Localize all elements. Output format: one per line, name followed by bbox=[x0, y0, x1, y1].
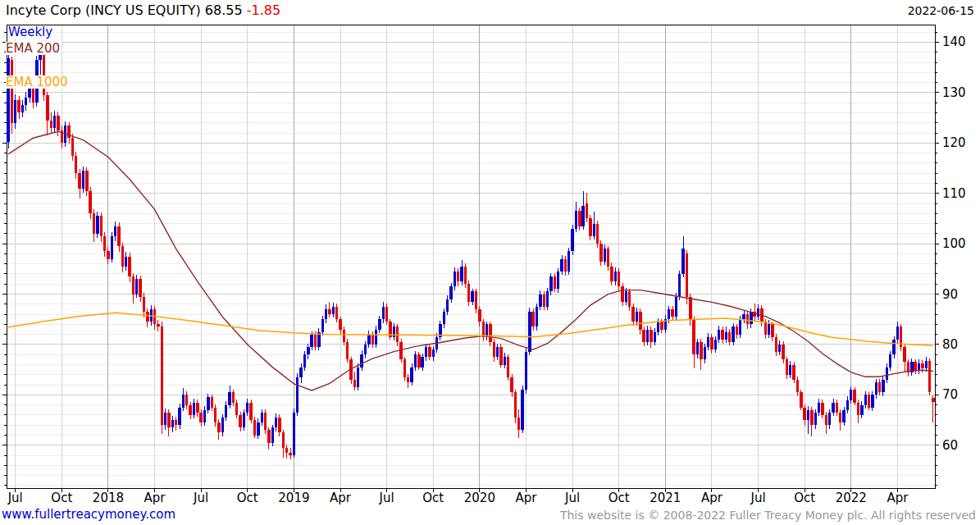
x-axis-label: 2022 bbox=[836, 491, 867, 505]
price-chart[interactable]: JulOct2018AprJulOct2019AprJulOct2020AprJ… bbox=[0, 0, 980, 505]
candle bbox=[389, 319, 391, 340]
candle bbox=[607, 246, 609, 271]
candle bbox=[646, 326, 649, 345]
candle bbox=[135, 275, 138, 298]
x-axis-label: Oct bbox=[794, 491, 815, 505]
x-axis-label: Jul bbox=[193, 491, 208, 505]
candle bbox=[789, 361, 791, 378]
candle bbox=[443, 308, 445, 328]
candle bbox=[161, 322, 163, 433]
candle bbox=[614, 267, 617, 285]
candle bbox=[111, 232, 113, 262]
candle bbox=[153, 306, 156, 330]
candle bbox=[846, 396, 849, 413]
legend-timeframe: Weekly bbox=[8, 25, 54, 39]
candle bbox=[628, 289, 631, 311]
candle bbox=[82, 167, 84, 192]
candle bbox=[839, 409, 841, 431]
candle bbox=[889, 351, 891, 371]
candle bbox=[128, 253, 130, 282]
candle bbox=[714, 336, 717, 354]
candle bbox=[586, 193, 588, 223]
candle bbox=[875, 379, 877, 399]
candle bbox=[792, 362, 795, 383]
x-axis-label: 2018 bbox=[93, 491, 124, 505]
candle bbox=[203, 406, 206, 427]
candle bbox=[50, 112, 52, 134]
candle bbox=[454, 267, 456, 290]
candle bbox=[407, 374, 409, 388]
candle bbox=[807, 406, 809, 434]
candle bbox=[232, 390, 235, 406]
candle bbox=[278, 414, 280, 436]
grid bbox=[2, 25, 939, 492]
candle bbox=[378, 316, 381, 333]
candles-layer bbox=[7, 48, 934, 459]
candle bbox=[85, 167, 88, 197]
candle bbox=[317, 328, 320, 350]
candle bbox=[61, 126, 63, 148]
candle bbox=[836, 399, 838, 416]
candle bbox=[489, 322, 491, 346]
candle bbox=[307, 344, 309, 359]
candle bbox=[596, 221, 599, 248]
candle bbox=[325, 304, 327, 323]
candle bbox=[725, 326, 727, 343]
y-axis-label: 140 bbox=[942, 34, 966, 49]
x-axis-label: Oct bbox=[609, 491, 630, 505]
candle bbox=[221, 414, 224, 436]
y-axis-label: 60 bbox=[942, 438, 958, 453]
candle bbox=[264, 409, 267, 433]
candle bbox=[814, 409, 817, 429]
candle bbox=[399, 339, 402, 363]
candle bbox=[428, 344, 431, 360]
candle bbox=[796, 377, 799, 396]
candle bbox=[78, 169, 80, 199]
candle bbox=[493, 339, 495, 362]
candle bbox=[164, 409, 166, 430]
candle bbox=[285, 445, 288, 459]
candle bbox=[928, 358, 931, 395]
candle bbox=[182, 388, 185, 411]
site-link[interactable]: www.fullertreacymoney.com bbox=[2, 507, 175, 522]
candle bbox=[343, 326, 345, 345]
candle bbox=[449, 283, 452, 303]
candle bbox=[257, 418, 259, 439]
candle bbox=[332, 303, 335, 317]
candle bbox=[117, 222, 120, 252]
x-axis-label: Apr bbox=[330, 491, 352, 505]
candle bbox=[686, 250, 688, 304]
x-axis-label: Apr bbox=[144, 491, 166, 505]
candle bbox=[14, 94, 16, 128]
candle bbox=[121, 243, 124, 272]
y-axis-label: 110 bbox=[942, 186, 966, 201]
candle bbox=[143, 293, 145, 317]
candle bbox=[860, 401, 863, 418]
candle bbox=[478, 306, 481, 326]
candle bbox=[100, 212, 103, 242]
candle bbox=[621, 283, 623, 306]
candle bbox=[371, 331, 374, 348]
candle bbox=[414, 351, 417, 371]
candle bbox=[403, 357, 406, 381]
x-axis-label: 2020 bbox=[464, 491, 495, 505]
x-axis-label: Apr bbox=[887, 491, 909, 505]
x-axis-label: Oct bbox=[422, 491, 444, 505]
candle bbox=[599, 240, 602, 266]
candle bbox=[671, 306, 673, 321]
candle bbox=[736, 324, 738, 339]
candle bbox=[782, 341, 784, 363]
candle bbox=[475, 289, 477, 313]
candle bbox=[853, 387, 855, 406]
candle bbox=[157, 320, 159, 331]
y-axis-label: 90 bbox=[942, 287, 958, 302]
candle bbox=[239, 412, 241, 431]
candle bbox=[25, 92, 27, 111]
candle bbox=[17, 96, 20, 119]
candle bbox=[654, 328, 656, 345]
candle bbox=[681, 236, 684, 277]
candle bbox=[271, 425, 274, 446]
candle bbox=[878, 379, 881, 395]
page: { "header": { "title": "Incyte Corp (INC… bbox=[0, 0, 980, 525]
candle bbox=[171, 416, 174, 432]
